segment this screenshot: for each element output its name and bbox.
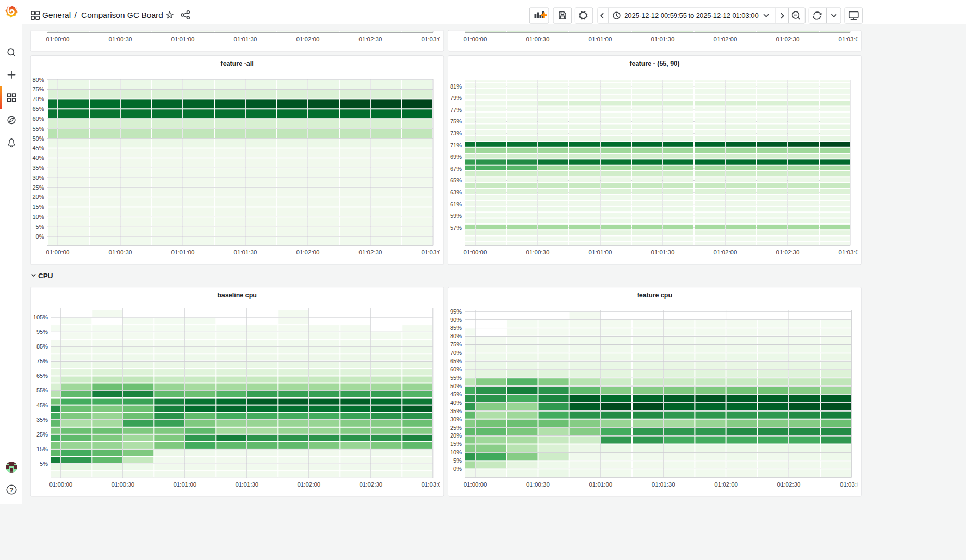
svg-text:01:00:30: 01:00:30 xyxy=(109,36,132,42)
svg-text:01:02:00: 01:02:00 xyxy=(714,249,737,255)
svg-text:61%: 61% xyxy=(450,201,462,207)
svg-text:73%: 73% xyxy=(450,130,462,136)
svg-text:01:01:30: 01:01:30 xyxy=(235,481,258,488)
svg-text:CPU: CPU xyxy=(38,272,53,280)
svg-text:5%: 5% xyxy=(453,457,462,464)
svg-text:35%: 35% xyxy=(32,165,44,171)
svg-text:/: / xyxy=(75,10,77,19)
svg-text:75%: 75% xyxy=(450,341,462,347)
svg-text:57%: 57% xyxy=(450,225,462,231)
svg-text:01:00:30: 01:00:30 xyxy=(526,36,550,42)
svg-text:15%: 15% xyxy=(36,446,48,452)
svg-text:59%: 59% xyxy=(450,213,462,219)
svg-text:85%: 85% xyxy=(450,325,462,331)
svg-text:01:01:00: 01:01:00 xyxy=(589,481,612,488)
svg-text:2025-12-12 00:59:55 to 2025-12: 2025-12-12 00:59:55 to 2025-12-12 01:03:… xyxy=(624,11,758,19)
svg-text:55%: 55% xyxy=(450,375,462,381)
svg-text:60%: 60% xyxy=(450,366,462,372)
svg-text:01:01:30: 01:01:30 xyxy=(652,481,675,488)
svg-text:65%: 65% xyxy=(450,177,462,183)
svg-text:67%: 67% xyxy=(450,166,462,172)
svg-text:?: ? xyxy=(9,487,13,494)
svg-text:71%: 71% xyxy=(450,142,462,148)
svg-text:01:00:30: 01:00:30 xyxy=(109,249,132,255)
svg-text:85%: 85% xyxy=(36,343,48,350)
svg-text:feature -all: feature -all xyxy=(220,60,253,67)
svg-text:feature cpu: feature cpu xyxy=(637,292,672,299)
svg-text:63%: 63% xyxy=(450,189,462,195)
svg-text:25%: 25% xyxy=(36,431,48,438)
svg-text:65%: 65% xyxy=(32,106,44,112)
svg-text:01:02:00: 01:02:00 xyxy=(297,481,320,488)
svg-text:20%: 20% xyxy=(32,194,44,200)
svg-text:55%: 55% xyxy=(36,387,48,393)
svg-text:55%: 55% xyxy=(32,126,44,132)
svg-text:75%: 75% xyxy=(32,86,44,92)
svg-text:baseline cpu: baseline cpu xyxy=(217,292,257,299)
svg-text:45%: 45% xyxy=(36,402,48,408)
svg-text:70%: 70% xyxy=(450,350,462,356)
svg-text:35%: 35% xyxy=(36,417,48,423)
svg-text:01:01:00: 01:01:00 xyxy=(173,481,196,488)
svg-text:01:02:30: 01:02:30 xyxy=(359,36,382,42)
svg-text:5%: 5% xyxy=(40,461,48,467)
svg-text:01:01:00: 01:01:00 xyxy=(589,36,612,42)
svg-text:30%: 30% xyxy=(32,175,44,181)
svg-text:01:01:30: 01:01:30 xyxy=(234,36,257,42)
svg-text:10%: 10% xyxy=(450,449,462,455)
svg-text:01:00:30: 01:00:30 xyxy=(526,249,550,255)
svg-text:25%: 25% xyxy=(450,425,462,431)
svg-text:01:01:00: 01:01:00 xyxy=(589,249,612,255)
svg-text:01:00:00: 01:00:00 xyxy=(464,481,487,488)
svg-text:01:00:30: 01:00:30 xyxy=(111,481,134,488)
svg-text:65%: 65% xyxy=(36,372,48,379)
svg-text:General: General xyxy=(42,10,71,19)
svg-text:65%: 65% xyxy=(450,358,462,364)
svg-text:feature - (55, 90): feature - (55, 90) xyxy=(629,60,679,67)
svg-text:95%: 95% xyxy=(450,308,462,315)
svg-text:01:02:30: 01:02:30 xyxy=(359,481,382,488)
svg-text:01:00:00: 01:00:00 xyxy=(46,36,70,42)
svg-text:01:02:00: 01:02:00 xyxy=(714,36,737,42)
svg-text:20%: 20% xyxy=(450,432,462,439)
svg-text:80%: 80% xyxy=(450,333,462,339)
svg-text:15%: 15% xyxy=(450,441,462,447)
svg-text:01:01:00: 01:01:00 xyxy=(171,36,195,42)
svg-text:75%: 75% xyxy=(36,358,48,364)
svg-text:01:00:00: 01:00:00 xyxy=(464,36,487,42)
svg-text:77%: 77% xyxy=(450,107,462,113)
svg-text:01:02:30: 01:02:30 xyxy=(776,36,800,42)
svg-text:45%: 45% xyxy=(450,391,462,397)
svg-text:01:02:30: 01:02:30 xyxy=(777,481,801,488)
svg-text:01:02:00: 01:02:00 xyxy=(714,481,738,488)
svg-text:40%: 40% xyxy=(450,400,462,406)
svg-text:01:01:30: 01:01:30 xyxy=(651,249,675,255)
svg-text:95%: 95% xyxy=(36,329,48,335)
svg-text:60%: 60% xyxy=(32,116,44,122)
svg-text:0%: 0% xyxy=(36,233,44,240)
svg-text:90%: 90% xyxy=(450,317,462,323)
svg-text:45%: 45% xyxy=(32,145,44,151)
svg-text:0%: 0% xyxy=(453,466,462,472)
svg-text:40%: 40% xyxy=(32,155,44,161)
svg-text:01:01:30: 01:01:30 xyxy=(651,36,675,42)
svg-text:70%: 70% xyxy=(32,96,44,102)
svg-text:69%: 69% xyxy=(450,154,462,160)
svg-text:01:00:30: 01:00:30 xyxy=(526,481,550,488)
svg-text:01:00:00: 01:00:00 xyxy=(46,249,70,255)
svg-text:105%: 105% xyxy=(33,314,48,320)
svg-text:Comparison GC Board: Comparison GC Board xyxy=(81,10,163,19)
svg-text:5%: 5% xyxy=(36,223,44,230)
svg-text:01:00:00: 01:00:00 xyxy=(464,249,487,255)
svg-text:01:00:00: 01:00:00 xyxy=(49,481,72,488)
svg-text:81%: 81% xyxy=(450,83,462,90)
svg-text:10%: 10% xyxy=(32,214,44,220)
svg-text:25%: 25% xyxy=(32,184,44,191)
svg-text:50%: 50% xyxy=(32,135,44,142)
svg-text:35%: 35% xyxy=(450,408,462,414)
svg-text:30%: 30% xyxy=(450,416,462,422)
svg-text:01:02:00: 01:02:00 xyxy=(296,249,320,255)
svg-text:01:01:00: 01:01:00 xyxy=(171,249,195,255)
svg-text:01:02:30: 01:02:30 xyxy=(359,249,382,255)
svg-text:80%: 80% xyxy=(32,77,44,83)
